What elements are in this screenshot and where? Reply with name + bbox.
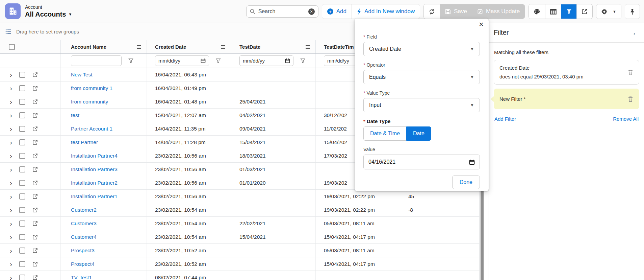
open-record-icon[interactable] <box>32 113 38 118</box>
account-name-link[interactable]: New Test <box>71 72 92 78</box>
open-record-icon[interactable] <box>32 180 38 186</box>
account-name-link[interactable]: from community 1 <box>71 85 112 91</box>
row-checkbox[interactable] <box>19 139 25 145</box>
add-button[interactable]: + Add <box>322 4 352 19</box>
open-record-icon[interactable] <box>32 140 38 145</box>
row-expand-chevron-icon[interactable]: › <box>10 193 12 200</box>
open-record-icon[interactable] <box>32 167 38 172</box>
created-date-filter-input[interactable]: mm/dd/yy <box>155 55 209 66</box>
column-menu-icon[interactable] <box>136 45 141 49</box>
view-selector[interactable]: All Accounts ▼ <box>25 10 72 18</box>
account-name-link[interactable]: test Partner <box>71 139 98 145</box>
row-expand-chevron-icon[interactable]: › <box>10 139 12 146</box>
draft-filter-card[interactable]: New Filter * <box>494 89 639 109</box>
open-record-icon[interactable] <box>32 99 38 104</box>
row-expand-chevron-icon[interactable]: › <box>10 125 12 132</box>
column-header-test-date[interactable]: TestDate <box>231 40 316 53</box>
row-expand-chevron-icon[interactable]: › <box>10 98 12 105</box>
search-input[interactable]: Search <box>258 8 305 15</box>
search-box[interactable]: Search × <box>246 5 318 18</box>
open-record-icon[interactable] <box>32 86 38 91</box>
account-name-link[interactable]: Installation Partner3 <box>71 166 118 172</box>
row-expand-chevron-icon[interactable]: › <box>10 179 12 186</box>
done-button[interactable]: Done <box>452 176 480 189</box>
row-expand-chevron-icon[interactable]: › <box>10 274 12 280</box>
funnel-icon[interactable] <box>128 58 133 63</box>
pin-button[interactable] <box>625 4 640 19</box>
row-checkbox[interactable] <box>19 261 25 267</box>
test-date-filter-input[interactable]: mm/dd/yy <box>239 55 293 66</box>
row-checkbox[interactable] <box>19 275 25 280</box>
open-record-icon[interactable] <box>32 207 38 213</box>
date-option[interactable]: Date <box>406 126 431 141</box>
open-record-icon[interactable] <box>32 221 38 226</box>
row-expand-chevron-icon[interactable]: › <box>10 85 12 92</box>
theme-button[interactable] <box>529 4 545 19</box>
row-checkbox[interactable] <box>19 99 25 105</box>
row-checkbox[interactable] <box>19 248 25 254</box>
row-checkbox[interactable] <box>19 220 25 227</box>
delete-filter-icon[interactable] <box>628 69 633 75</box>
open-new-window-button[interactable] <box>576 4 592 19</box>
account-name-link[interactable]: Installation Partner1 <box>71 193 118 200</box>
account-name-link[interactable]: Partner Account 1 <box>71 126 112 132</box>
account-name-link[interactable]: TV_test1 <box>71 275 92 280</box>
add-in-new-window-button[interactable]: Add In New window <box>352 4 420 19</box>
row-checkbox[interactable] <box>19 72 25 78</box>
applied-filter-card[interactable]: Created Date does not equal 29/03/2021, … <box>494 60 639 85</box>
column-menu-icon[interactable] <box>221 45 226 49</box>
open-record-icon[interactable] <box>32 153 38 159</box>
remove-all-link[interactable]: Remove All <box>613 116 639 122</box>
open-record-icon[interactable] <box>32 126 38 132</box>
row-checkbox[interactable] <box>19 85 25 91</box>
value-type-select[interactable]: Input ▼ <box>363 98 480 112</box>
row-expand-chevron-icon[interactable]: › <box>10 206 12 213</box>
row-checkbox[interactable] <box>19 193 25 200</box>
account-name-link[interactable]: Prospect4 <box>71 261 95 267</box>
row-expand-chevron-icon[interactable]: › <box>10 152 12 159</box>
row-expand-chevron-icon[interactable]: › <box>10 166 12 173</box>
value-date-input[interactable]: 04/16/2021 <box>363 155 480 169</box>
row-checkbox[interactable] <box>19 126 25 132</box>
account-name-link[interactable]: from community <box>71 99 108 105</box>
account-name-link[interactable]: Prospect3 <box>71 248 95 254</box>
row-checkbox[interactable] <box>19 207 25 213</box>
account-name-filter-input[interactable] <box>71 55 122 66</box>
row-expand-chevron-icon[interactable]: › <box>10 220 12 227</box>
row-expand-chevron-icon[interactable]: › <box>10 71 12 78</box>
operator-select[interactable]: Equals ▼ <box>363 70 480 84</box>
account-name-link[interactable]: Customer2 <box>71 207 97 213</box>
open-record-icon[interactable] <box>32 72 38 77</box>
row-checkbox[interactable] <box>19 180 25 186</box>
account-name-link[interactable]: Customer4 <box>71 234 97 240</box>
save-button[interactable]: Save <box>440 4 472 19</box>
field-select[interactable]: Created Date ▼ <box>363 42 480 56</box>
collapse-panel-arrow-icon[interactable]: → <box>629 29 637 37</box>
open-record-icon[interactable] <box>32 234 38 240</box>
row-expand-chevron-icon[interactable]: › <box>10 260 12 267</box>
funnel-icon[interactable] <box>216 58 221 63</box>
row-checkbox[interactable] <box>19 153 25 159</box>
open-record-icon[interactable] <box>32 275 38 280</box>
account-name-link[interactable]: test <box>71 112 79 118</box>
close-icon[interactable]: × <box>479 20 484 28</box>
date-and-time-option[interactable]: Date & Time <box>363 126 406 141</box>
row-checkbox[interactable] <box>19 234 25 240</box>
funnel-icon[interactable] <box>300 58 305 63</box>
columns-button[interactable] <box>545 4 561 19</box>
add-filter-link[interactable]: Add Filter <box>494 116 516 122</box>
account-name-link[interactable]: Installation Partner4 <box>71 153 118 159</box>
row-expand-chevron-icon[interactable]: › <box>10 233 12 240</box>
clear-search-icon[interactable]: × <box>308 8 315 15</box>
account-name-link[interactable]: Customer3 <box>71 220 97 227</box>
delete-filter-icon[interactable] <box>628 96 633 102</box>
row-checkbox[interactable] <box>19 166 25 172</box>
column-header-account-name[interactable]: Account Name <box>61 40 147 53</box>
open-record-icon[interactable] <box>32 194 38 199</box>
mass-update-button[interactable]: Mass Update <box>472 4 525 19</box>
row-expand-chevron-icon[interactable]: › <box>10 247 12 254</box>
column-menu-icon[interactable] <box>305 45 310 49</box>
row-checkbox[interactable] <box>19 112 25 118</box>
select-all-checkbox[interactable] <box>9 44 15 50</box>
account-name-link[interactable]: Installation Partner2 <box>71 180 118 186</box>
